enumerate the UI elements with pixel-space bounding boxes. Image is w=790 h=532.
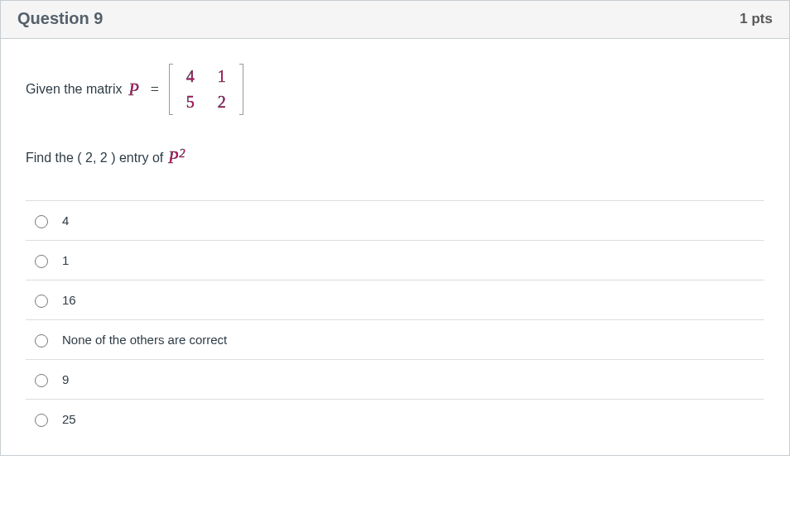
matrix-cell-1-2: 1 xyxy=(206,64,238,89)
answer-option[interactable]: 1 xyxy=(26,240,764,280)
answer-label: 9 xyxy=(62,372,69,386)
matrix-cell-2-1: 5 xyxy=(175,89,206,115)
question-points: 1 pts xyxy=(739,11,773,27)
answer-radio[interactable] xyxy=(35,334,48,347)
matrix-p: 4 1 5 2 xyxy=(169,64,243,115)
answer-option[interactable]: 4 xyxy=(26,200,764,240)
answer-label: 1 xyxy=(62,253,69,267)
find-text: Find the ( 2, 2 ) entry of xyxy=(26,151,163,165)
answer-radio[interactable] xyxy=(35,295,48,308)
answer-radio[interactable] xyxy=(35,255,48,268)
answer-option[interactable]: 9 xyxy=(26,359,764,399)
answer-option[interactable]: 25 xyxy=(26,399,764,439)
answer-option[interactable]: None of the others are correct xyxy=(26,319,764,359)
variable-p-squared: P xyxy=(166,148,185,167)
answer-label: None of the others are correct xyxy=(62,333,227,347)
answer-label: 25 xyxy=(62,412,76,426)
matrix-bracket-right xyxy=(239,64,243,115)
matrix-table: 4 1 5 2 xyxy=(175,64,238,115)
given-text: Given the matrix xyxy=(26,82,122,97)
answer-label: 4 xyxy=(62,213,69,228)
answer-radio[interactable] xyxy=(35,215,48,228)
matrix-cell-2-2: 2 xyxy=(206,89,238,115)
equals-sign: = xyxy=(146,81,164,98)
find-entry-line: Find the ( 2, 2 ) entry of P xyxy=(26,148,764,167)
question-title: Question 9 xyxy=(17,9,103,28)
matrix-bracket-left xyxy=(169,64,173,115)
answer-label: 16 xyxy=(62,293,76,307)
answer-radio[interactable] xyxy=(35,414,48,427)
answer-option[interactable]: 16 xyxy=(26,280,764,319)
answer-radio[interactable] xyxy=(35,374,48,387)
question-header: Question 9 1 pts xyxy=(1,1,789,39)
matrix-cell-1-1: 4 xyxy=(175,64,206,89)
variable-p: P xyxy=(127,80,140,99)
question-card: Question 9 1 pts Given the matrix P = 4 … xyxy=(0,0,790,456)
given-matrix-line: Given the matrix P = 4 1 5 2 xyxy=(26,64,764,115)
answers-list: 4 1 16 None of the others are correct 9 … xyxy=(26,200,764,439)
question-body: Given the matrix P = 4 1 5 2 xyxy=(1,39,789,455)
